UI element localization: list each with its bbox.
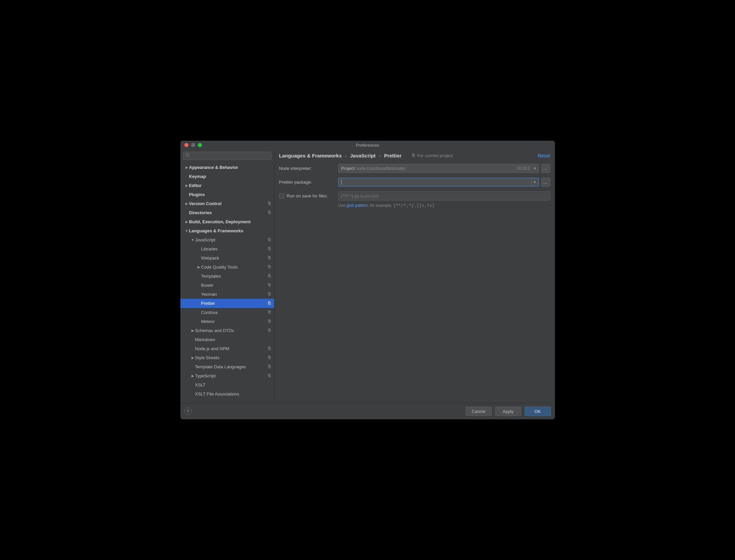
tree-item[interactable]: ▶Editor — [180, 181, 274, 190]
copy-icon — [267, 265, 271, 270]
copy-icon — [411, 153, 416, 158]
tree-item-label: Build, Execution, Deployment — [189, 219, 271, 224]
chevron-right-icon: ▶ — [184, 184, 189, 187]
breadcrumb-item[interactable]: JavaScript — [350, 153, 376, 158]
breadcrumb: Languages & Frameworks › JavaScript › Pr… — [279, 153, 402, 158]
tree-item-label: Webpack — [201, 255, 267, 261]
tree-item[interactable]: Libraries — [180, 244, 274, 253]
node-interpreter-label: Node interpreter: — [279, 166, 338, 171]
prettier-package-select[interactable]: ▼ — [338, 178, 539, 187]
tree-item[interactable]: Plugins — [180, 190, 274, 199]
tree-item[interactable]: Keymap — [180, 172, 274, 181]
tree-item[interactable]: Webpack — [180, 253, 274, 263]
chevron-right-icon: › — [379, 153, 381, 158]
tree-item[interactable]: Templates — [180, 272, 274, 281]
tree-item[interactable]: Bower — [180, 281, 274, 290]
tree-item[interactable]: Directories — [180, 208, 274, 217]
node-path: node (/usr/local/bin/node) — [356, 166, 405, 171]
settings-tree: ▶Appearance & BehaviorKeymap▶EditorPlugi… — [180, 162, 274, 403]
reset-link[interactable]: Reset — [538, 153, 550, 158]
copy-icon — [267, 274, 271, 279]
tree-item[interactable]: XSLT File Associations — [180, 389, 274, 399]
copy-icon — [267, 328, 271, 333]
chevron-right-icon: ▶ — [190, 374, 195, 378]
copy-icon — [267, 346, 271, 352]
copy-icon — [267, 292, 271, 297]
scope-label: For current project — [417, 153, 453, 158]
search-wrap — [180, 149, 274, 162]
tree-item[interactable]: Yeoman — [180, 290, 274, 299]
tree-item[interactable]: ▶Version Control — [180, 199, 274, 208]
chevron-right-icon: › — [345, 153, 347, 158]
prettier-package-row: Prettier package: ▼ … — [279, 177, 550, 187]
tree-item[interactable]: ▼Languages & Frameworks — [180, 226, 274, 235]
tree-item[interactable]: XSLT — [180, 380, 274, 389]
main-header: Languages & Frameworks › JavaScript › Pr… — [274, 149, 555, 160]
chevron-down-icon: ▼ — [190, 238, 195, 242]
copy-icon — [267, 237, 271, 243]
placeholder-text: {**/*,*}.{js,ts,jsx,tsx} — [341, 193, 379, 198]
tree-item-label: Version Control — [189, 201, 267, 206]
tree-item[interactable]: ▼JavaScript — [180, 235, 274, 244]
tree-item-label: Code Quality Tools — [201, 265, 267, 270]
glob-pattern-link[interactable]: glob pattern — [346, 203, 368, 208]
copy-icon — [267, 210, 271, 216]
copy-icon — [267, 246, 271, 252]
copy-icon — [267, 319, 271, 324]
tree-item-label: Yeoman — [201, 292, 267, 297]
tree-item-label: Plugins — [189, 192, 271, 197]
tree-item[interactable]: ▶Code Quality Tools — [180, 263, 274, 272]
tree-item[interactable]: ▶Schemas and DTDs — [180, 326, 274, 335]
tree-item-label: Markdown — [195, 337, 271, 342]
tree-item-label: Bower — [201, 283, 267, 288]
form: Node interpreter: Project node (/usr/loc… — [274, 160, 555, 211]
search-input[interactable] — [183, 152, 271, 160]
tree-item[interactable]: ▶TypeScript — [180, 371, 274, 380]
copy-icon — [267, 364, 271, 370]
tree-item-label: JavaScript — [195, 237, 267, 242]
tree-item-label: TypeScript — [195, 373, 267, 378]
copy-icon — [267, 201, 271, 206]
copy-icon — [267, 373, 271, 379]
glob-example: {**/*,*}.{js,ts} — [393, 203, 435, 208]
copy-icon — [267, 255, 271, 261]
tree-item[interactable]: Meteor — [180, 317, 274, 326]
browse-node-button[interactable]: … — [541, 164, 550, 173]
tree-item-label: Templates — [201, 274, 267, 279]
chevron-right-icon: ▶ — [190, 356, 195, 360]
chevron-right-icon: ▶ — [197, 265, 201, 269]
tree-item-label: Editor — [189, 183, 271, 188]
browse-package-button[interactable]: … — [541, 178, 550, 187]
help-button[interactable]: ? — [184, 408, 192, 415]
run-on-save-pattern-input[interactable]: {**/*,*}.{js,ts,jsx,tsx} — [338, 191, 550, 200]
run-on-save-row: Run on save for files: {**/*,*}.{js,ts,j… — [279, 191, 550, 201]
run-on-save-checkbox[interactable] — [279, 193, 284, 198]
tree-item[interactable]: ▶Style Sheets — [180, 353, 274, 362]
tree-item-label: Languages & Frameworks — [189, 228, 271, 233]
tree-item[interactable]: ▶Build, Execution, Deployment — [180, 217, 274, 226]
tree-item[interactable]: Prettier — [180, 299, 274, 308]
ok-button[interactable]: OK — [525, 407, 551, 416]
breadcrumb-item[interactable]: Languages & Frameworks — [279, 153, 342, 158]
apply-button[interactable]: Apply — [495, 407, 521, 416]
tree-item-label: Template Data Languages — [195, 364, 267, 369]
tree-item[interactable]: Cordova — [180, 308, 274, 317]
search-icon — [185, 153, 190, 158]
main-panel: Languages & Frameworks › JavaScript › Pr… — [274, 149, 555, 403]
titlebar: Preferences — [180, 141, 555, 149]
tree-item-label: Meteor — [201, 319, 267, 324]
glob-hint: Use glob pattern, for example, {**/*,*}.… — [338, 203, 550, 208]
cancel-button[interactable]: Cancel — [466, 407, 492, 416]
tree-item[interactable]: Node.js and NPM — [180, 344, 274, 353]
tree-item-label: Style Sheets — [195, 355, 267, 360]
node-interpreter-select[interactable]: Project node (/usr/local/bin/node) 10.16… — [338, 164, 539, 173]
text-cursor — [341, 180, 342, 185]
chevron-right-icon: ▶ — [184, 220, 189, 224]
tree-item[interactable]: ▶Appearance & Behavior — [180, 163, 274, 172]
window-title: Preferences — [180, 143, 555, 148]
tree-item[interactable]: Markdown — [180, 335, 274, 344]
chevron-down-icon[interactable]: ▼ — [531, 178, 538, 186]
chevron-right-icon: ▶ — [184, 166, 189, 169]
tree-item[interactable]: Template Data Languages — [180, 362, 274, 371]
tree-item-label: Cordova — [201, 310, 267, 315]
